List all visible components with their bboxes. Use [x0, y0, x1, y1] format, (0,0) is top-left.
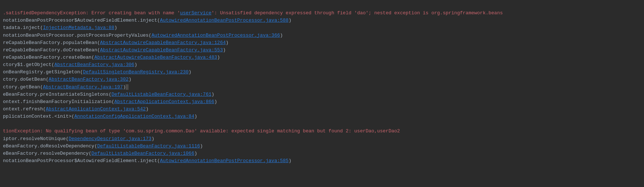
console-line: notationBeanPostProcessor.postProcessPro…: [3, 32, 641, 39]
console-line: notationBeanPostProcessor$AutowiredField…: [3, 17, 641, 24]
normal-text: eBeanFactory.resolveDependency(: [3, 151, 92, 156]
normal-text: reCapableBeanFactory.populateBean(: [3, 40, 100, 45]
console-line: eBeanFactory.resolveDependency(DefaultLi…: [3, 150, 641, 157]
normal-text: notationBeanPostProcessor$AutowiredField…: [3, 158, 160, 164]
normal-text: ): [194, 151, 197, 156]
stack-link[interactable]: AbstractApplicationContext.java:866: [114, 99, 214, 104]
console-output: .satisfiedDependencyException: Error cre…: [0, 1, 644, 187]
console-line: ctory$1.getObject(AbstractBeanFactory.ja…: [3, 61, 641, 69]
console-line: reCapableBeanFactory.populateBean(Abstra…: [3, 39, 641, 47]
stack-link[interactable]: DefaultListableBeanFactory.java:761: [111, 92, 211, 97]
normal-text: ): [200, 143, 203, 149]
stack-link[interactable]: DefaultListableBeanFactory.java:1116: [97, 143, 200, 149]
stack-link[interactable]: AbstractBeanFactory.java:306: [54, 62, 134, 67]
stack-link[interactable]: DefaultSingletonBeanRegistry.java:230: [83, 69, 189, 75]
normal-text: ): [129, 77, 131, 82]
normal-text: ctory.getBean(: [3, 84, 43, 90]
normal-text: reCapableBeanFactory.createBean(: [3, 55, 94, 60]
normal-text: notationBeanPostProcessor.postProcessPro…: [3, 33, 152, 38]
stack-link[interactable]: AutowiredAnnotationBeanPostProcessor.jav…: [160, 158, 289, 164]
stack-link[interactable]: AutowiredAnnotationBeanPostProcessor.jav…: [160, 18, 289, 23]
normal-text: ): [280, 33, 283, 38]
normal-text: tadata.inject(: [3, 25, 43, 30]
cursor-highlight: [126, 84, 129, 90]
error-text: tionException: No qualifying bean of typ…: [3, 128, 400, 134]
console-line: reCapableBeanFactory.doCreateBean(Abstra…: [3, 47, 641, 54]
stack-link[interactable]: AbstractBeanFactory.java:302: [49, 77, 129, 82]
normal-text: notationBeanPostProcessor$AutowiredField…: [3, 18, 160, 23]
stack-link[interactable]: AutowiredAnnotationBeanPostProcessor.jav…: [152, 33, 280, 38]
console-line: pplicationContext.<init>(AnnotationConfi…: [3, 113, 641, 120]
normal-text: ): [134, 62, 137, 67]
normal-text: ): [289, 18, 291, 23]
normal-text: pplicationContext.<init>(: [3, 114, 74, 119]
normal-text: onBeanRegistry.getSingleton(: [3, 69, 83, 75]
console-line: ontext.finishBeanFactoryInitialization(A…: [3, 98, 641, 106]
stack-link[interactable]: DefaultListableBeanFactory.java:1066: [92, 151, 194, 156]
normal-text: ): [212, 92, 215, 97]
normal-text: ): [194, 114, 197, 119]
stack-link[interactable]: userService: [180, 10, 212, 16]
normal-text: eBeanFactory.doResolveDependency(: [3, 143, 97, 149]
normal-text: ctory$1.getObject(: [3, 62, 54, 67]
console-line: ctory.getBean(AbstractBeanFactory.java:1…: [3, 84, 641, 91]
normal-text: ): [217, 55, 220, 60]
blank-line: [3, 120, 641, 128]
console-line: ctory.doGetBean(AbstractBeanFactory.java…: [3, 76, 641, 83]
console-line: eBeanFactory.doResolveDependency(Default…: [3, 143, 641, 150]
normal-text: eBeanFactory.preInstantiateSingletons(: [3, 92, 111, 97]
normal-text: iptor.resolveNotUnique(: [3, 136, 68, 142]
normal-text: ): [223, 47, 226, 53]
console-line: eBeanFactory.preInstantiateSingletons(De…: [3, 91, 641, 98]
stack-link[interactable]: DependencyDescriptor.java:173: [68, 136, 151, 142]
console-line: tadata.inject(InjectionMetadata.java:88): [3, 24, 641, 32]
stack-link[interactable]: AbstractAutowireCapableBeanFactory.java:…: [100, 40, 226, 45]
normal-text: ontext.finishBeanFactoryInitialization(: [3, 99, 114, 104]
normal-text: ): [226, 40, 229, 45]
console-line: onBeanRegistry.getSingleton(DefaultSingl…: [3, 69, 641, 76]
stack-link[interactable]: InjectionMetadata.java:88: [43, 25, 114, 30]
console-line: tionException: No qualifying bean of typ…: [3, 128, 641, 135]
normal-text: ): [146, 106, 149, 112]
normal-text: ): [214, 99, 217, 104]
normal-text: ontext.refresh(: [3, 106, 46, 112]
normal-text: ctory.doGetBean(: [3, 77, 49, 82]
stack-link[interactable]: AnnotationConfigApplicationContext.java:…: [74, 114, 194, 119]
normal-text: ): [189, 69, 191, 75]
normal-text: reCapableBeanFactory.doCreateBean(: [3, 47, 100, 53]
stack-link[interactable]: AbstractAutowireCapableBeanFactory.java:…: [100, 47, 223, 53]
normal-text: ): [114, 25, 117, 30]
stack-link[interactable]: AbstractApplicationContext.java:542: [46, 106, 146, 112]
stack-link[interactable]: AbstractBeanFactory.java:197: [43, 84, 123, 90]
stack-link[interactable]: AbstractAutowireCapableBeanFactory.java:…: [94, 55, 217, 60]
console-line: ontext.refresh(AbstractApplicationContex…: [3, 106, 641, 113]
console-line: reCapableBeanFactory.createBean(Abstract…: [3, 54, 641, 61]
error-text: ': Unsatisfied dependency expressed thro…: [212, 10, 503, 16]
normal-text: ): [152, 136, 155, 142]
normal-text: ): [289, 158, 291, 164]
console-line: iptor.resolveNotUnique(DependencyDescrip…: [3, 135, 641, 143]
console-line: notationBeanPostProcessor$AutowiredField…: [3, 157, 641, 165]
console-line: .satisfiedDependencyException: Error cre…: [3, 10, 641, 17]
error-text: .satisfiedDependencyException: Error cre…: [3, 10, 180, 16]
